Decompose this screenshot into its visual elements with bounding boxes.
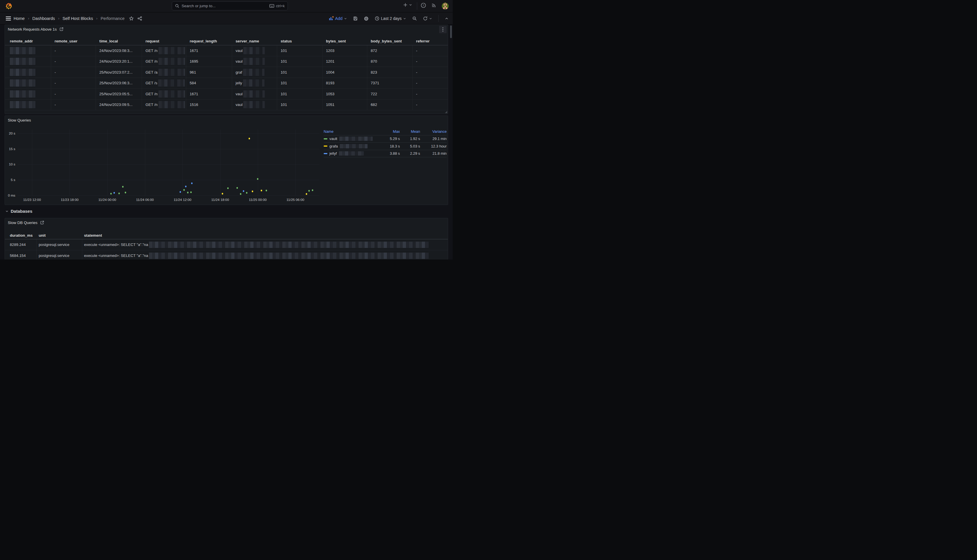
breadcrumb-folder[interactable]: Self Host Blocks bbox=[63, 16, 93, 21]
table-row[interactable]: -24/Nov/2023:08:3...GET /n1671vaul101120… bbox=[5, 45, 448, 56]
search-input[interactable]: Search or jump to... ctrl+k bbox=[172, 2, 288, 10]
scatter-point-vault[interactable] bbox=[227, 187, 228, 189]
scatter-point-vault[interactable] bbox=[118, 193, 120, 194]
column-header-server_name[interactable]: server_name bbox=[235, 39, 259, 43]
scatter-point-jellyf[interactable] bbox=[243, 190, 244, 192]
scatter-point-jellyf[interactable] bbox=[185, 186, 187, 187]
scatter-point-vault[interactable] bbox=[257, 178, 258, 180]
column-header-bytes_sent[interactable]: bytes_sent bbox=[326, 39, 346, 43]
legend-header-max[interactable]: Max bbox=[382, 129, 400, 133]
column-header-statement[interactable]: statement bbox=[84, 233, 102, 238]
scatter-point-vault[interactable] bbox=[187, 192, 188, 193]
news-button[interactable] bbox=[431, 3, 437, 8]
table-row[interactable]: -24/Nov/2023:20:1...GET /n1695vaul101120… bbox=[5, 56, 448, 67]
cell-referrer: - bbox=[416, 88, 417, 99]
collapse-toolbar-button[interactable] bbox=[445, 17, 448, 20]
cell-text: GET /s bbox=[145, 81, 157, 85]
star-icon bbox=[129, 16, 134, 21]
scatter-point-grafa[interactable] bbox=[306, 193, 307, 195]
column-header-unit[interactable]: unit bbox=[39, 233, 46, 238]
column-header-request_length[interactable]: request_length bbox=[190, 39, 217, 43]
scatter-point-grafa[interactable] bbox=[222, 193, 223, 195]
user-avatar[interactable] bbox=[442, 3, 448, 10]
cell-server_name: vaul bbox=[235, 100, 265, 110]
cell-duration-ms: 8289.244 bbox=[10, 239, 26, 250]
share-button[interactable] bbox=[137, 16, 142, 21]
dashboard-settings-button[interactable] bbox=[364, 16, 369, 21]
x-tick-label: 11/25 06:00 bbox=[287, 198, 304, 202]
table-row[interactable]: 5684.154postgresql.serviceexecute <unnam… bbox=[5, 250, 448, 260]
x-tick-label: 11/25 00:00 bbox=[249, 198, 267, 202]
time-range-picker[interactable]: Last 2 days bbox=[375, 16, 406, 21]
scatter-point-jellyf[interactable] bbox=[180, 191, 181, 193]
scatter-point-vault[interactable] bbox=[110, 193, 112, 195]
add-panel-button[interactable]: Add bbox=[329, 16, 347, 21]
save-dashboard-button[interactable] bbox=[353, 16, 358, 21]
cell-status: 101 bbox=[281, 100, 287, 110]
table-row[interactable]: -25/Nov/2023:05:5...GET /n1671vaul101105… bbox=[5, 88, 448, 100]
cell-referrer: - bbox=[416, 100, 417, 110]
redacted-value bbox=[339, 151, 364, 156]
cell-referrer: - bbox=[416, 67, 417, 78]
cell-request: GET /n bbox=[145, 88, 185, 99]
legend-header-variance[interactable]: Variance bbox=[420, 129, 447, 133]
column-header-referrer[interactable]: referrer bbox=[416, 39, 430, 43]
row-databases-toggle[interactable]: Databases bbox=[5, 209, 32, 213]
grafana-logo[interactable] bbox=[5, 2, 13, 10]
table-row[interactable]: 8289.244postgresql.serviceexecute <unnam… bbox=[5, 239, 448, 250]
column-header-remote_user[interactable]: remote_user bbox=[55, 39, 77, 43]
favorite-button[interactable] bbox=[129, 16, 134, 21]
panel-resize-handle[interactable] bbox=[445, 111, 447, 113]
scatter-point-jellyf[interactable] bbox=[191, 182, 193, 184]
refresh-button[interactable] bbox=[423, 16, 432, 21]
mega-menu-toggle[interactable] bbox=[6, 17, 11, 20]
scrollbar-thumb[interactable] bbox=[450, 25, 452, 38]
scatter-point-vault[interactable] bbox=[190, 192, 192, 193]
legend-series-toggle[interactable]: jellyf bbox=[323, 151, 382, 156]
scatter-point-vault[interactable] bbox=[122, 186, 123, 188]
scatter-point-vault[interactable] bbox=[240, 193, 241, 195]
table-row[interactable]: -24/Nov/2023:09:5...GET /n1516vaul101105… bbox=[5, 100, 448, 110]
column-header-duration_ms[interactable]: duration_ms bbox=[10, 233, 33, 238]
y-tick-label: 5 s bbox=[5, 178, 15, 182]
scatter-point-vault[interactable] bbox=[308, 190, 310, 192]
scatter-point-vault[interactable] bbox=[266, 190, 267, 192]
legend-series-toggle[interactable]: vault bbox=[323, 137, 382, 141]
breadcrumb-dashboards[interactable]: Dashboards bbox=[32, 16, 55, 21]
column-header-time_local[interactable]: time_local bbox=[99, 39, 118, 43]
table-row[interactable]: -25/Nov/2023:07:2...GET /a961graf1011004… bbox=[5, 67, 448, 78]
gridline-vertical bbox=[145, 130, 145, 195]
legend-header-name[interactable]: Name bbox=[323, 129, 382, 133]
zoom-out-time-button[interactable] bbox=[412, 16, 417, 21]
scatter-point-grafa[interactable] bbox=[261, 190, 262, 192]
scatter-point-vault[interactable] bbox=[183, 189, 185, 191]
legend-header-mean[interactable]: Mean bbox=[400, 129, 420, 133]
search-placeholder: Search or jump to... bbox=[182, 4, 267, 8]
cell-server_name: vaul bbox=[235, 88, 265, 99]
cell-request_length: 1671 bbox=[190, 45, 198, 56]
cell-status: 101 bbox=[281, 56, 287, 67]
scatter-point-vault[interactable] bbox=[237, 187, 238, 189]
chevron-down-icon bbox=[403, 17, 406, 20]
save-icon bbox=[353, 16, 358, 21]
column-header-body_bytes_sent[interactable]: body_bytes_sent bbox=[371, 39, 402, 43]
network-requests-table: remote_addrremote_usertime_localrequestr… bbox=[5, 25, 448, 114]
breadcrumb-home[interactable]: Home bbox=[13, 16, 25, 21]
scatter-point-grafa[interactable] bbox=[252, 190, 253, 192]
scatter-point-jellyf[interactable] bbox=[113, 192, 115, 194]
grafana-dashboard: Search or jump to... ctrl+k ? bbox=[0, 0, 453, 260]
column-header-status[interactable]: status bbox=[281, 39, 292, 43]
column-header-request[interactable]: request bbox=[145, 39, 159, 43]
table-row[interactable]: -25/Nov/2023:06:3...GET /s584jelly101819… bbox=[5, 78, 448, 89]
cell-body_bytes_sent: 872 bbox=[371, 45, 377, 56]
legend-series-toggle[interactable]: grafa bbox=[323, 144, 382, 148]
column-header-remote_addr[interactable]: remote_addr bbox=[10, 39, 33, 43]
help-button[interactable]: ? bbox=[421, 3, 426, 8]
scatter-point-vault[interactable] bbox=[246, 192, 247, 194]
cell-request: GET /n bbox=[145, 56, 185, 67]
scatter-point-grafa[interactable] bbox=[248, 138, 250, 139]
scatter-point-vault[interactable] bbox=[312, 189, 313, 191]
scatter-point-vault[interactable] bbox=[125, 192, 126, 193]
new-dropdown-button[interactable] bbox=[403, 3, 412, 7]
cell-request_length: 1671 bbox=[190, 88, 198, 99]
